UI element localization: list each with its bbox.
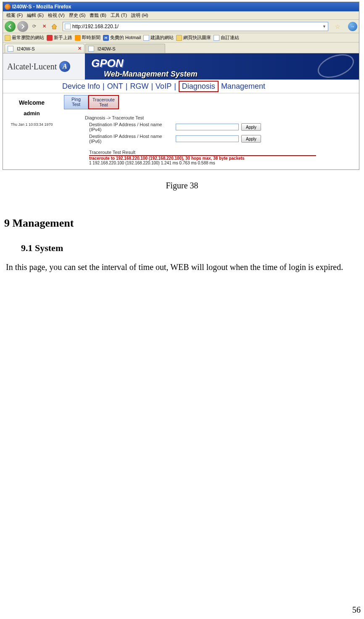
figure-caption: Figure 38 [0,181,364,190]
window-titlebar: I240W-S - Mozilla Firefox [3,2,359,11]
subsection-heading: 9.1 System [21,240,360,256]
go-button[interactable]: → [348,22,357,31]
sidebar-user: admin [3,110,61,116]
apply-button-ipv4[interactable]: Apply [241,123,261,131]
window-title: I240W-S - Mozilla Firefox [12,4,71,10]
stop-icon[interactable]: ✕ [40,22,48,31]
forward-button[interactable] [17,21,28,32]
page-icon [143,35,149,41]
tab-label: I240W-S [17,46,35,51]
sidebar-timestamp: Thu Jan 1 10:03:34 1970 [3,122,61,127]
bookmark-custom[interactable]: 自訂連結 [214,34,239,41]
menu-view[interactable]: 檢視 (V) [46,12,66,19]
breadcrumb: Diagnosis -> Traceroute Test [85,115,356,120]
sidebar-welcome: Welcome [3,99,61,106]
subtab-ping[interactable]: PingTest [64,95,88,109]
menu-bar: 檔案 (F) 編輯 (E) 檢視 (V) 歷史 (S) 書籤 (B) 工具 (T… [3,11,359,20]
tab-active[interactable]: I240W-S ✕ [5,44,84,53]
label-ipv6: Destination IP Address / Host name (IPv6… [89,134,173,144]
chevron-down-icon[interactable]: ▼ [322,24,326,29]
subtab-row: PingTest TracerouteTeat [64,95,356,109]
menu-file[interactable]: 檔案 (F) [5,12,24,19]
nav-management[interactable]: Management [221,82,265,91]
result-line-2: 1 192.168.220.100 (192.168.220.100) 1.24… [89,161,356,165]
reload-icon[interactable]: ⟳ [30,22,38,31]
hotmail-icon: H [103,35,109,41]
tab-bar: I240W-S ✕ I240W-S [3,42,359,53]
bookmark-suggested[interactable]: 建議的網站 [143,34,174,41]
document-body: 9 Management 9.1 System In this page, yo… [4,214,360,275]
site-banner: Alcatel·Lucent A GPON Web-Management Sys… [3,53,359,79]
menu-bookmarks[interactable]: 書籤 (B) [88,12,108,19]
paragraph: In this page, you can set the interval o… [6,259,358,275]
url-text: http://192.168.220.1/ [72,24,322,29]
result-heading: Traceroute Test Result [89,150,316,156]
bookmark-hotmail[interactable]: H免費的 Hotmail [103,34,141,41]
bookmark-news[interactable]: 即時新聞 [75,34,100,41]
tab-label: I240W-S [98,46,116,51]
section-heading: 9 Management [4,214,360,233]
form-row-ipv6: Destination IP Address / Host name (IPv6… [89,134,356,144]
banner-decor [314,53,357,79]
nav-ont[interactable]: ONT [107,82,123,91]
main-nav: Device Info| ONT| RGW| VoIP| Diagnosis M… [3,79,359,93]
banner-subtitle: Web-Management System [104,70,198,79]
folder-icon [176,35,182,41]
rss-icon [75,35,81,41]
brand-text: Alcatel·Lucent [7,62,57,71]
page-icon [88,46,94,52]
folder-icon [5,35,11,41]
firefox-icon [5,4,11,10]
menu-edit[interactable]: 編輯 (E) [25,12,45,19]
banner-title: GPON Web-Management System [91,57,198,79]
menu-tools[interactable]: 工具 (T) [109,12,129,19]
back-button[interactable] [5,21,16,32]
bookmarks-toolbar: 最常瀏覽的網站 新手上路 即時新聞 H免費的 Hotmail 建議的網站 網頁快… [3,33,359,42]
form-row-ipv4: Destination IP Address / Host name (IPv4… [89,122,356,132]
nav-toolbar: ⟳ ✕ http://192.168.220.1/ ▼ ☆ → [3,20,359,33]
brand-mark-icon: A [59,61,70,72]
apply-button-ipv6[interactable]: Apply [241,135,261,143]
tab-inactive[interactable]: I240W-S [85,44,165,53]
address-bar[interactable]: http://192.168.220.1/ ▼ [63,22,328,31]
input-ipv4[interactable] [176,124,239,130]
close-icon[interactable]: ✕ [78,46,82,51]
label-ipv4: Destination IP Address / Host name (IPv4… [89,122,173,132]
page-number: 56 [352,605,361,615]
bookmark-most-visited[interactable]: 最常瀏覽的網站 [5,34,44,41]
page-icon [8,46,13,52]
nav-device-info[interactable]: Device Info [62,82,100,91]
sidebar: Welcome admin Thu Jan 1 10:03:34 1970 [3,93,61,169]
main-area: PingTest TracerouteTeat Diagnosis -> Tra… [61,93,359,169]
result-line-1: traceroute to 192.168.220.100 (192.168.2… [89,156,356,161]
nav-diagnosis[interactable]: Diagnosis [179,81,219,92]
bookmark-star-icon[interactable]: ☆ [335,23,340,30]
input-ipv6[interactable] [176,135,239,142]
bookmark-icon [47,35,53,41]
bookmark-webslice[interactable]: 網頁快訊圖庫 [176,34,211,41]
brand-logo: Alcatel·Lucent A [7,61,70,72]
bookmark-getting-started[interactable]: 新手上路 [47,34,72,41]
content-row: Welcome admin Thu Jan 1 10:03:34 1970 Pi… [3,93,359,169]
nav-voip[interactable]: VoIP [156,82,171,91]
browser-screenshot: I240W-S - Mozilla Firefox 檔案 (F) 編輯 (E) … [3,2,359,170]
menu-help[interactable]: 說明 (H) [129,12,150,19]
home-icon[interactable] [50,22,58,31]
subtab-traceroute[interactable]: TracerouteTeat [88,95,119,109]
page-icon [214,35,219,41]
page-icon [65,24,71,29]
banner-gpon: GPON [91,57,198,70]
menu-history[interactable]: 歷史 (S) [67,12,87,19]
nav-rgw[interactable]: RGW [130,82,148,91]
